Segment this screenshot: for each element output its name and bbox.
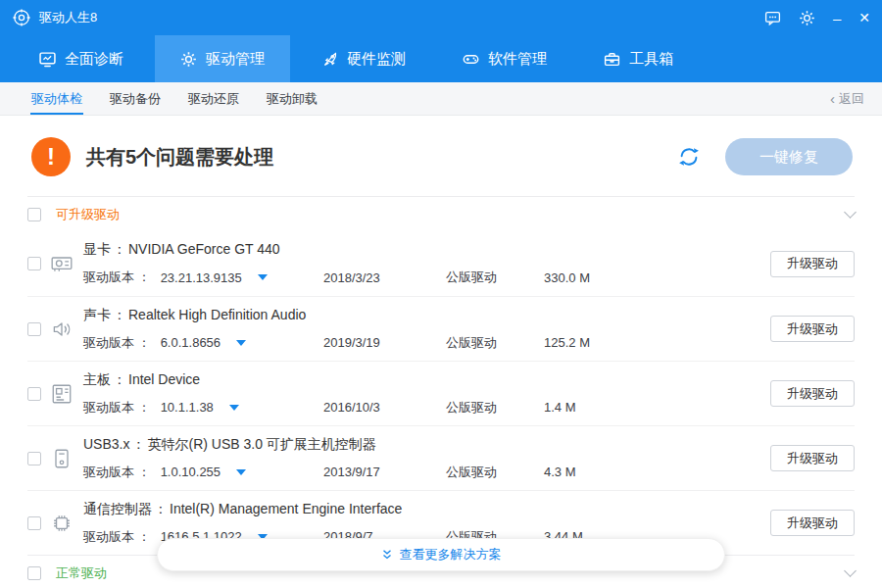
driver-size: 330.0 M [544, 270, 770, 285]
driver-category: 通信控制器 [83, 501, 152, 516]
gamepad-icon [463, 51, 479, 68]
version-value: 6.0.1.8656 [161, 335, 220, 350]
subtab-label: 驱动还原 [188, 90, 239, 108]
driver-list: 显卡：NVIDIA GeForce GT 440 驱动版本 ： 23.21.13… [0, 231, 882, 555]
subtab-label: 驱动卸载 [267, 90, 318, 108]
tab-label: 全面诊断 [65, 50, 123, 69]
name-separator: ： [152, 501, 170, 516]
driver-type: 公版驱动 [446, 464, 544, 481]
close-button[interactable]: ✕ [858, 11, 870, 24]
table-row: USB3.x：英特尔(R) USB 3.0 可扩展主机控制器 驱动版本 ： 1.… [27, 425, 855, 490]
section-upgradable-drivers[interactable]: 可升级驱动 [27, 196, 855, 231]
driver-size: 125.2 M [544, 335, 770, 350]
chevron-down-icon[interactable] [844, 564, 857, 577]
subtab-driver-restore[interactable]: 驱动还原 [174, 82, 253, 115]
driver-name-text: Intel(R) Management Engine Interface [170, 501, 402, 516]
gear-icon [180, 51, 197, 68]
driver-type: 公版驱动 [446, 334, 544, 352]
chip-icon [50, 512, 74, 535]
driver-name-text: 英特尔(R) USB 3.0 可扩展主机控制器 [147, 436, 375, 452]
driver-date: 2016/10/3 [323, 400, 446, 415]
one-click-fix-button[interactable]: 一键修复 [725, 138, 853, 175]
rocket-icon [321, 51, 338, 68]
driver-category: 声卡 [83, 307, 111, 322]
row-checkbox[interactable] [27, 516, 41, 530]
name-separator: ： [111, 371, 128, 387]
version-dropdown-icon[interactable] [236, 469, 246, 475]
tab-hardware-monitor[interactable]: 硬件监测 [296, 35, 431, 82]
upgrade-driver-button[interactable]: 升级驱动 [770, 510, 855, 536]
monitor-icon [39, 51, 56, 68]
driver-name-text: NVIDIA GeForce GT 440 [128, 241, 280, 257]
driver-name: 主板：Intel Device [83, 371, 770, 389]
table-row: 显卡：NVIDIA GeForce GT 440 驱动版本 ： 23.21.13… [27, 231, 855, 296]
table-row: 声卡：Realtek High Definition Audio 驱动版本 ： … [27, 296, 855, 361]
version-label: 驱动版本 ： [83, 399, 151, 416]
toolbox-icon [604, 51, 620, 68]
app-title: 驱动人生8 [39, 9, 97, 26]
summary-header: ! 共有5个问题需要处理 一键修复 [0, 116, 882, 196]
driver-category: 显卡 [83, 241, 111, 257]
version-value: 23.21.13.9135 [161, 270, 242, 285]
section-label: 正常驱动 [56, 564, 107, 582]
subtab-driver-uninstall[interactable]: 驱动卸载 [253, 82, 331, 115]
section-checkbox[interactable] [27, 566, 41, 580]
driver-name-text: Intel Device [128, 371, 200, 387]
row-checkbox[interactable] [27, 322, 41, 336]
usb-drive-icon [50, 447, 74, 470]
version-dropdown-icon[interactable] [236, 340, 246, 346]
tab-label: 工具箱 [629, 50, 673, 69]
view-more-solutions-button[interactable]: 查看更多解决方案 [157, 538, 725, 571]
settings-gear-icon[interactable] [799, 10, 815, 26]
version-label: 驱动版本 ： [83, 334, 151, 352]
table-row: 主板：Intel Device 驱动版本 ： 10.1.1.38 2016/10… [27, 361, 855, 425]
back-button[interactable]: ‹ 返回 [830, 90, 864, 108]
name-separator: ： [111, 307, 128, 322]
driver-name: 显卡：NVIDIA GeForce GT 440 [83, 241, 770, 259]
version-dropdown-icon[interactable] [229, 405, 239, 411]
section-label: 可升级驱动 [56, 206, 120, 223]
sub-nav: 驱动体检 驱动备份 驱动还原 驱动卸载 ‹ 返回 [0, 82, 882, 116]
minimize-button[interactable]: – [833, 11, 841, 25]
upgrade-driver-button[interactable]: 升级驱动 [770, 445, 855, 471]
name-separator: ： [111, 241, 128, 257]
back-label: 返回 [839, 90, 864, 108]
tab-driver-management[interactable]: 驱动管理 [155, 35, 290, 82]
warning-icon: ! [31, 137, 71, 176]
version-label: 驱动版本 ： [83, 269, 151, 286]
tab-toolbox[interactable]: 工具箱 [578, 35, 699, 82]
version-dropdown-icon[interactable] [258, 274, 268, 280]
driver-name-text: Realtek High Definition Audio [128, 307, 306, 322]
row-checkbox[interactable] [27, 452, 41, 466]
feedback-icon[interactable] [764, 10, 781, 26]
tab-full-diagnosis[interactable]: 全面诊断 [14, 35, 149, 82]
driver-date: 2018/3/23 [323, 270, 446, 285]
row-checkbox[interactable] [27, 387, 41, 401]
driver-date: 2013/9/17 [323, 465, 446, 479]
upgrade-driver-button[interactable]: 升级驱动 [770, 251, 855, 277]
main-nav: 全面诊断 驱动管理 硬件监测 软件管理 工具箱 [0, 35, 882, 82]
driver-category: 主板 [83, 371, 111, 387]
upgrade-driver-button[interactable]: 升级驱动 [770, 380, 855, 407]
row-checkbox[interactable] [27, 257, 41, 270]
driver-size: 4.3 M [544, 465, 770, 479]
version-value: 10.1.1.38 [161, 400, 214, 415]
refresh-icon[interactable] [676, 144, 702, 170]
back-chevron-icon: ‹ [830, 91, 835, 106]
view-more-label: 查看更多解决方案 [400, 546, 502, 564]
subtab-label: 驱动备份 [110, 90, 161, 108]
subtab-driver-checkup[interactable]: 驱动体检 [18, 82, 96, 115]
version-value: 1.0.10.255 [161, 465, 220, 479]
driver-type: 公版驱动 [446, 399, 544, 416]
upgrade-driver-button[interactable]: 升级驱动 [770, 316, 855, 342]
summary-title: 共有5个问题需要处理 [86, 144, 273, 171]
version-label: 驱动版本 ： [83, 528, 151, 546]
chevron-down-icon[interactable] [844, 206, 857, 219]
driver-size: 1.4 M [544, 400, 770, 415]
driver-date: 2019/3/19 [323, 335, 446, 350]
section-checkbox[interactable] [27, 208, 41, 221]
version-label: 驱动版本 ： [83, 464, 151, 481]
driver-type: 公版驱动 [446, 269, 544, 286]
subtab-driver-backup[interactable]: 驱动备份 [96, 82, 174, 115]
tab-software-management[interactable]: 软件管理 [437, 35, 572, 82]
